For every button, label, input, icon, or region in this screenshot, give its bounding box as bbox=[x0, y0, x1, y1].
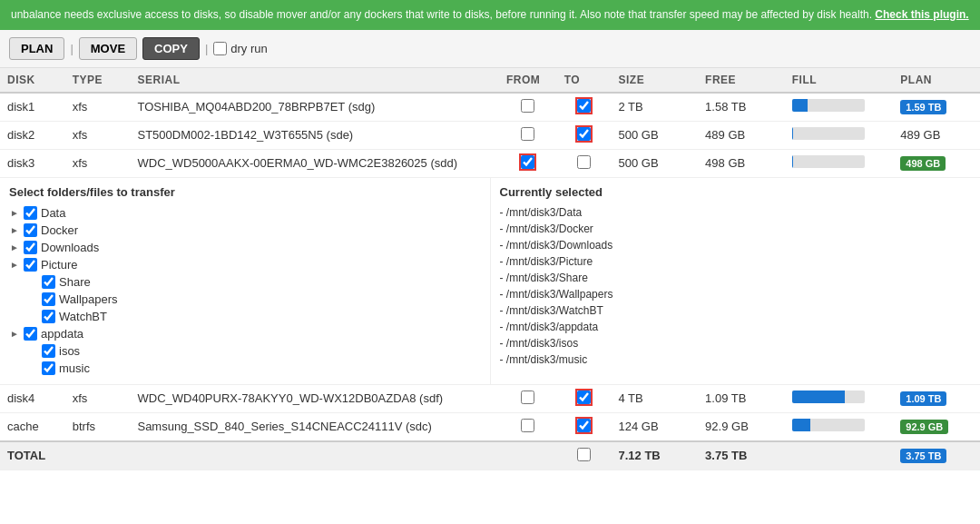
header-serial: SERIAL bbox=[130, 68, 498, 93]
chevron-icon[interactable]: ► bbox=[9, 259, 20, 270]
to-checkbox[interactable] bbox=[577, 391, 591, 404]
fill-bar-container bbox=[792, 127, 865, 140]
chevron-icon[interactable]: ► bbox=[9, 207, 20, 218]
move-button[interactable]: MOVE bbox=[79, 37, 137, 60]
disk-fill bbox=[785, 93, 894, 122]
folder-name: music bbox=[59, 361, 90, 375]
folder-name: Data bbox=[41, 206, 65, 220]
plan-value: 489 GB bbox=[900, 128, 940, 142]
folder-checkbox[interactable] bbox=[42, 292, 55, 306]
chevron-placeholder bbox=[27, 311, 38, 321]
to-cell[interactable] bbox=[557, 149, 612, 177]
selected-path: - /mnt/disk3/Data bbox=[500, 204, 972, 221]
fill-bar bbox=[792, 419, 810, 431]
disk-fill bbox=[785, 121, 894, 149]
disk-free: 92.9 GB bbox=[698, 412, 785, 441]
plan-button[interactable]: PLAN bbox=[9, 37, 64, 60]
from-checkbox[interactable] bbox=[521, 99, 534, 113]
folder-checkbox[interactable] bbox=[24, 241, 37, 254]
folder-checkbox[interactable] bbox=[24, 206, 37, 220]
folder-name: Picture bbox=[41, 258, 77, 272]
folder-checkbox[interactable] bbox=[42, 344, 55, 358]
from-cell[interactable] bbox=[499, 121, 557, 149]
chevron-placeholder bbox=[27, 293, 38, 304]
folder-item: Share bbox=[9, 273, 481, 291]
disk-plan: 1.09 TB bbox=[893, 384, 980, 412]
disk-name: disk3 bbox=[0, 149, 65, 177]
dry-run-label[interactable]: dry run bbox=[213, 42, 267, 55]
copy-button[interactable]: COPY bbox=[142, 37, 200, 60]
from-cell[interactable] bbox=[499, 412, 557, 441]
to-checkbox[interactable] bbox=[577, 155, 591, 169]
from-checkbox[interactable] bbox=[521, 155, 534, 169]
chevron-icon[interactable]: ► bbox=[9, 224, 20, 235]
from-cell[interactable] bbox=[499, 93, 557, 122]
from-checkbox[interactable] bbox=[521, 419, 534, 432]
selected-path: - /mnt/disk3/appdata bbox=[500, 319, 972, 335]
chevron-placeholder bbox=[27, 362, 38, 373]
folder-item: ► Data bbox=[9, 204, 481, 222]
folder-name: Downloads bbox=[41, 241, 99, 254]
disk-name: cache bbox=[0, 412, 65, 441]
to-cell[interactable] bbox=[557, 93, 612, 122]
total-to-checkbox[interactable] bbox=[577, 448, 591, 461]
banner: unbalance needs exclusive access to disk… bbox=[0, 0, 980, 30]
selected-path: - /mnt/disk3/Picture bbox=[500, 253, 972, 270]
disk-serial: Samsung_SSD_840_Series_S14CNEACC24111V (… bbox=[130, 412, 498, 441]
folder-checkbox[interactable] bbox=[24, 258, 37, 272]
disk-size: 4 TB bbox=[611, 384, 698, 412]
folders-section-title: Select folders/files to transfer bbox=[9, 185, 481, 199]
selected-path: - /mnt/disk3/Downloads bbox=[500, 237, 972, 253]
dry-run-checkbox[interactable] bbox=[213, 42, 227, 55]
chevron-icon[interactable]: ► bbox=[9, 328, 20, 339]
folder-item: WatchBT bbox=[9, 308, 481, 325]
disk-serial: WDC_WD5000AAKX-00ERMA0_WD-WMC2E3826025 (… bbox=[130, 149, 498, 177]
to-cell[interactable] bbox=[557, 121, 612, 149]
from-checkbox[interactable] bbox=[521, 127, 534, 141]
folder-name: Wallpapers bbox=[59, 292, 118, 306]
separator-2: | bbox=[205, 42, 208, 55]
table-row: disk3 xfs WDC_WD5000AAKX-00ERMA0_WD-WMC2… bbox=[0, 149, 980, 177]
folder-checkbox[interactable] bbox=[24, 327, 37, 341]
disk-free: 1.09 TB bbox=[698, 384, 785, 412]
plan-badge: 1.59 TB bbox=[900, 100, 946, 114]
folder-name: isos bbox=[59, 344, 80, 358]
total-label: TOTAL bbox=[0, 441, 499, 470]
disk-serial: ST500DM002-1BD142_W3T655N5 (sde) bbox=[130, 121, 498, 149]
chevron-icon[interactable]: ► bbox=[9, 242, 20, 252]
header-to: TO bbox=[557, 68, 612, 93]
folder-checkbox[interactable] bbox=[42, 275, 55, 289]
disk-fill bbox=[785, 384, 894, 412]
to-cell[interactable] bbox=[557, 384, 612, 412]
selected-path: - /mnt/disk3/music bbox=[500, 351, 972, 368]
selected-path: - /mnt/disk3/Share bbox=[500, 270, 972, 286]
separator-1: | bbox=[70, 42, 73, 55]
fill-bar-container bbox=[792, 155, 865, 168]
folder-checkbox[interactable] bbox=[42, 310, 55, 323]
total-to[interactable] bbox=[557, 441, 612, 470]
folder-item: ► appdata bbox=[9, 325, 481, 342]
folder-checkbox[interactable] bbox=[42, 361, 55, 375]
folder-name: Docker bbox=[41, 223, 78, 237]
selected-path: - /mnt/disk3/Wallpapers bbox=[500, 286, 972, 302]
banner-link[interactable]: Check this plugin. bbox=[875, 8, 968, 21]
to-checkbox[interactable] bbox=[577, 99, 591, 113]
to-cell[interactable] bbox=[557, 412, 612, 441]
fill-bar-container bbox=[792, 391, 865, 403]
folders-right-panel: Currently selected - /mnt/disk3/Data- /m… bbox=[491, 178, 981, 384]
from-checkbox[interactable] bbox=[521, 391, 534, 404]
table-row: cache btrfs Samsung_SSD_840_Series_S14CN… bbox=[0, 412, 980, 441]
folder-item: Wallpapers bbox=[9, 291, 481, 308]
folder-checkbox[interactable] bbox=[24, 223, 37, 237]
from-cell[interactable] bbox=[499, 384, 557, 412]
folders-left-panel: Select folders/files to transfer ► Data … bbox=[0, 178, 491, 384]
total-fill bbox=[785, 441, 894, 470]
disk-free: 489 GB bbox=[698, 121, 785, 149]
to-checkbox[interactable] bbox=[577, 419, 591, 432]
fill-bar bbox=[792, 155, 793, 168]
disk-size: 500 GB bbox=[611, 121, 698, 149]
plan-badge: 1.09 TB bbox=[900, 391, 946, 406]
from-cell[interactable] bbox=[499, 149, 557, 177]
to-checkbox[interactable] bbox=[577, 127, 591, 141]
disk-serial: TOSHIBA_MQ04ABD200_78BRPB7ET (sdg) bbox=[130, 93, 498, 122]
